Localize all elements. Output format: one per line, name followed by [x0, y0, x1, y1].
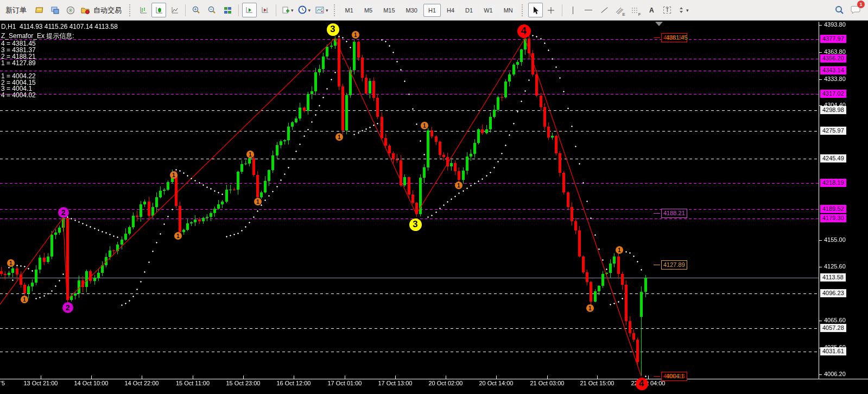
tile-windows-button[interactable]	[220, 3, 235, 17]
vertical-line-icon	[573, 7, 573, 14]
price-annotation-text: 4127.89	[663, 261, 685, 268]
zoom-out-button[interactable]	[205, 3, 219, 17]
template-button[interactable]: ▾	[313, 3, 330, 17]
chart-shift-triangle	[655, 22, 663, 26]
toolbar: 新订单 自动交易 ▾ ▾	[0, 0, 868, 21]
crosshair-button[interactable]	[544, 3, 559, 17]
price-axis-tick	[819, 25, 822, 26]
time-axis-label: 15 Oct 23:00	[226, 380, 261, 386]
tab-timeframe-M30[interactable]: M30	[401, 4, 422, 17]
cursor-button[interactable]	[528, 3, 543, 17]
notifications-button[interactable]: 1	[848, 3, 863, 17]
price-annotation: 4188.21	[661, 209, 687, 218]
text-tool-icon: A	[649, 7, 654, 14]
arrows-tool[interactable]: ▾	[676, 3, 690, 17]
tab-timeframe-M1[interactable]: M1	[340, 4, 358, 17]
toolbar-separator	[238, 4, 239, 16]
semafor-marker-1: 1	[254, 198, 262, 205]
price-axis-tick	[819, 52, 822, 53]
tab-timeframe-W1[interactable]: W1	[479, 4, 498, 17]
auto-scroll-button[interactable]	[242, 3, 257, 17]
time-axis-label: 20 Oct 02:00	[429, 380, 463, 386]
bar-chart-icon	[139, 6, 148, 15]
annotation-leader-line	[654, 37, 660, 38]
time-axis-label: 14 Oct 22:00	[125, 380, 159, 386]
market-watch-icon[interactable]	[47, 3, 62, 17]
toolbar-separator	[562, 4, 562, 16]
zoom-in-icon	[192, 5, 201, 15]
semafor-marker-1: 1	[21, 296, 28, 303]
price-axis-label-highlight: 4377.97	[820, 35, 846, 43]
price-axis-label-highlight: 4317.02	[820, 90, 846, 98]
price-axis-tick	[819, 321, 822, 321]
time-axis-label: 20 Oct 14:00	[479, 380, 514, 386]
equidistant-channel-tool[interactable]: E	[613, 3, 628, 17]
line-chart-button[interactable]	[167, 3, 182, 17]
cursor-icon	[531, 5, 540, 15]
price-axis-label-highlight: 4343.14	[820, 66, 846, 74]
candlestick-chart-button[interactable]	[151, 3, 166, 17]
tab-timeframe-M5[interactable]: M5	[359, 4, 377, 17]
time-axis-label: 21 Oct 15:00	[580, 380, 614, 386]
annotation-leader-line	[654, 265, 660, 265]
notification-badge: 1	[857, 1, 865, 8]
semafor-marker-1: 1	[586, 304, 594, 312]
chart-window: D,H1 4114.93 4115.26 4107.14 4113.58Z_Se…	[0, 21, 868, 394]
label-tool-icon: T	[663, 7, 671, 14]
auto-trading-button[interactable]: 自动交易	[79, 3, 125, 17]
time-axis-label: 16 Oct 12:00	[277, 380, 311, 386]
indicator-info-line: 4 = 4004.02	[1, 91, 36, 99]
toolbar-grip	[334, 4, 337, 16]
semafor-marker-1: 1	[455, 182, 462, 189]
new-order-button[interactable]: 新订单	[2, 3, 30, 17]
price-axis-tick	[819, 267, 822, 267]
semafor-marker-1: 1	[616, 246, 623, 254]
bar-chart-button[interactable]	[136, 3, 150, 17]
zoom-out-icon	[207, 5, 217, 15]
horizontal-line-tool[interactable]	[581, 3, 596, 17]
chart-window-icon[interactable]	[31, 3, 46, 17]
toolbar-grip	[522, 4, 524, 16]
fibonacci-tool[interactable]: F	[629, 3, 643, 17]
trendline-tool[interactable]	[597, 3, 612, 17]
zoom-in-button[interactable]	[189, 3, 204, 17]
tab-timeframe-M15[interactable]: M15	[378, 4, 400, 17]
tile-windows-icon	[223, 6, 232, 15]
time-axis-label: 21 Oct 03:00	[530, 380, 565, 386]
price-axis-label-highlight: 4096.23	[820, 289, 846, 297]
price-axis-label: 4006.20	[824, 371, 846, 377]
price-annotation-text: 4188.21	[663, 210, 685, 216]
radar-icon[interactable]	[63, 3, 78, 17]
period-button[interactable]: ▾	[296, 3, 313, 17]
tab-timeframe-D1[interactable]: D1	[460, 4, 478, 17]
template-icon	[315, 6, 325, 14]
price-axis-label: 4065.60	[824, 317, 846, 323]
new-order-label: 新订单	[3, 5, 29, 15]
time-axis-label: 14 Oct 10:00	[74, 380, 109, 386]
line-chart-icon	[170, 6, 179, 15]
tab-timeframe-H4[interactable]: H4	[442, 4, 459, 17]
price-annotation-text: 4004.16	[663, 373, 685, 379]
chevron-down-icon: ▾	[291, 8, 294, 13]
chart-shift-button[interactable]	[258, 3, 273, 17]
toolbar-separator	[185, 4, 186, 16]
price-axis-label-highlight: 4189.52	[820, 205, 846, 213]
tab-timeframe-H1[interactable]: H1	[423, 4, 441, 17]
semafor-marker-2: 2	[62, 302, 73, 313]
semafor-marker-1: 1	[246, 151, 254, 158]
text-tool[interactable]: A	[644, 3, 659, 17]
price-axis-label-highlight: 4179.30	[820, 214, 846, 222]
new-chart-button[interactable]: ▾	[280, 3, 295, 17]
tab-timeframe-MN[interactable]: MN	[499, 4, 518, 17]
timeframe-group: M1M5M15M30H1H4D1W1MN	[340, 4, 518, 17]
text-label-tool[interactable]: T	[660, 3, 675, 17]
search-button[interactable]	[832, 3, 847, 17]
semafor-marker-4: 4	[636, 378, 648, 390]
price-axis-tick	[819, 374, 822, 375]
channel-letter: E	[623, 12, 625, 17]
vertical-line-tool[interactable]	[566, 3, 580, 17]
semafor-marker-4: 4	[517, 24, 531, 38]
price-axis-label: 4125.60	[824, 263, 846, 270]
price-axis-label-highlight: 4218.19	[820, 179, 846, 187]
toolbar-grip	[129, 4, 132, 16]
